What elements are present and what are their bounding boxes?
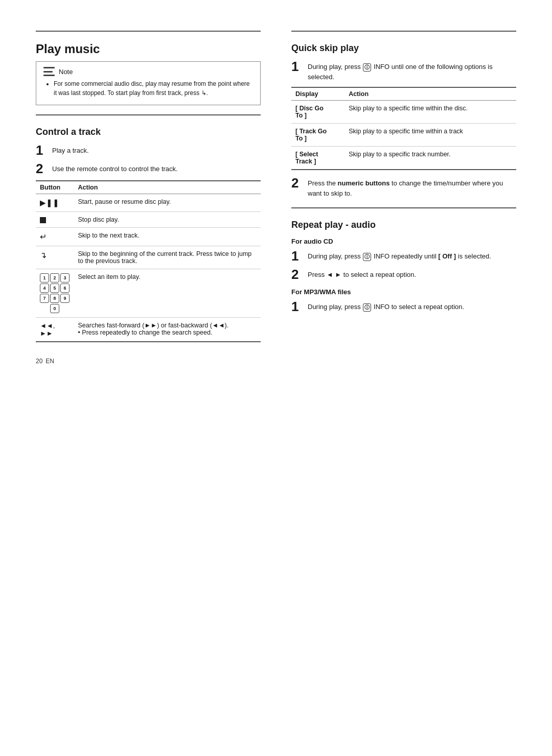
button-cell: ▶❚❚ <box>36 194 74 212</box>
action-cell: Skip to the next track. <box>74 228 261 246</box>
table-row: ◄◄, ►► Searches fast-forward (►►) or fas… <box>36 318 261 342</box>
display-cell: [ Disc Go To ] <box>291 101 344 124</box>
table-row: [ Disc Go To ] Skip play to a specific t… <box>291 101 516 124</box>
button-cell: ↵ <box>36 228 74 246</box>
table-col-display: Display <box>291 87 344 101</box>
for-audio-cd-label: For audio CD <box>291 238 516 245</box>
top-divider-right <box>291 31 516 32</box>
step1: 1 Play a track. <box>36 144 261 157</box>
table-col-action: Action <box>74 181 261 194</box>
note-text: For some commercial audio disc, play may… <box>43 79 253 98</box>
section3-title: Repeat play - audio <box>291 216 516 230</box>
for-mp3-label: For MP3/WMA files <box>291 288 516 296</box>
note-label: Note <box>59 68 73 76</box>
numpad-icon: 123 456 789 0 <box>40 273 70 313</box>
table-row: [ Track Go To ] Skip play to a specific … <box>291 124 516 147</box>
info-icon: ⓘ <box>363 63 371 72</box>
page-lang: EN <box>45 358 54 365</box>
audio-step2: 2 Press ◄ ► to select a repeat option. <box>291 268 516 281</box>
display-action-table: Display Action [ Disc Go To ] Skip play … <box>291 87 516 170</box>
section1-divider <box>36 114 261 115</box>
top-divider-left <box>36 31 261 32</box>
display-cell: [ Select Track ] <box>291 147 344 170</box>
table-row: 123 456 789 0 Select an item to play. <box>36 269 261 318</box>
table-row: ↵ Skip to the next track. <box>36 228 261 246</box>
action-cell2: Skip play to a specific track number. <box>344 147 516 170</box>
note-box: Note For some commercial audio disc, pla… <box>36 61 261 105</box>
action-cell2: Skip play to a specific time within a tr… <box>344 124 516 147</box>
qsp-step1: 1 During play, press ⓘ INFO until one of… <box>291 60 516 82</box>
button-cell: 123 456 789 0 <box>36 269 74 318</box>
action-cell: Select an item to play. <box>74 269 261 318</box>
page-footer: 20 EN <box>36 342 516 365</box>
action-cell: Start, pause or resume disc play. <box>74 194 261 212</box>
table-row: ↴ Skip to the beginning of the current t… <box>36 246 261 269</box>
button-cell: ◄◄, ►► <box>36 318 74 342</box>
table-row: [ Select Track ] Skip play to a specific… <box>291 147 516 170</box>
section3-divider <box>291 207 516 208</box>
table-row: ▶❚❚ Start, pause or resume disc play. <box>36 194 261 212</box>
info-icon-3: ⓘ <box>363 303 371 312</box>
action-cell: Searches fast-forward (►►) or fast-backw… <box>74 318 261 342</box>
section1-title: Control a track <box>36 123 261 137</box>
action-cell2: Skip play to a specific time within the … <box>344 101 516 124</box>
qsp-step2: 2 Press the numeric buttons to change th… <box>291 176 516 198</box>
table-col-action2: Action <box>344 87 516 101</box>
action-cell: Stop disc play. <box>74 212 261 228</box>
table-row: Stop disc play. <box>36 212 261 228</box>
section2-title: Quick skip play <box>291 39 516 54</box>
stop-icon <box>40 217 46 223</box>
button-action-table: Button Action ▶❚❚ Start, pause or resume… <box>36 180 261 342</box>
button-cell <box>36 212 74 228</box>
info-icon-2: ⓘ <box>363 253 371 261</box>
action-cell: Skip to the beginning of the current tra… <box>74 246 261 269</box>
mp3-step1: 1 During play, press ⓘ INFO to select a … <box>291 300 516 313</box>
step2: 2 Use the remote control to control the … <box>36 162 261 175</box>
page-number: 20 <box>36 358 42 365</box>
table-col-button: Button <box>36 181 74 194</box>
note-icon <box>43 67 55 76</box>
button-cell: ↴ <box>36 246 74 269</box>
display-cell: [ Track Go To ] <box>291 124 344 147</box>
page-title: Play music <box>36 39 261 56</box>
audio-step1: 1 During play, press ⓘ INFO repeatedly u… <box>291 249 516 263</box>
